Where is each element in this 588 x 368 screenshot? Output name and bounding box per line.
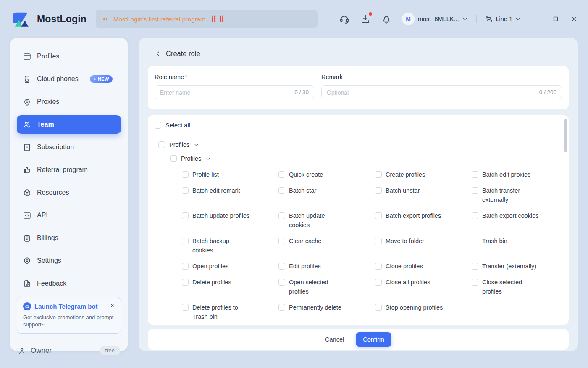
permission-item[interactable]: Batch update profiles	[182, 211, 278, 220]
permission-checkbox[interactable]	[375, 238, 382, 244]
permission-item[interactable]: Transfer (externally)	[472, 262, 568, 271]
permission-checkbox[interactable]	[278, 238, 285, 244]
permission-item[interactable]: Batch star	[278, 186, 375, 195]
permission-checkbox[interactable]	[278, 304, 285, 311]
role-name-placeholder: Enter name	[160, 89, 190, 96]
permission-label: Batch star	[289, 186, 316, 195]
permission-checkbox[interactable]	[375, 187, 382, 194]
app-body: ProfilesCloud phones+ NEWProxiesTeamSubs…	[0, 38, 588, 360]
permission-group-profiles: Profiles	[158, 141, 569, 148]
sidebar-item-feedback[interactable]: Feedback	[17, 274, 121, 293]
permission-checkbox[interactable]	[375, 279, 382, 286]
minimize-button[interactable]	[533, 15, 541, 23]
permission-checkbox[interactable]	[375, 171, 382, 178]
plan-badge: free	[100, 346, 120, 355]
permission-item[interactable]: Stop opening profiles	[375, 303, 472, 312]
line-selector[interactable]: Line 1	[485, 15, 521, 23]
permission-checkbox[interactable]	[182, 263, 189, 270]
permission-item[interactable]: Profile list	[182, 170, 278, 179]
permission-checkbox[interactable]	[182, 304, 189, 311]
permission-checkbox[interactable]	[278, 187, 285, 194]
remark-placeholder: Optional	[327, 89, 349, 96]
remark-field: Remark Optional 0 / 200	[321, 74, 562, 99]
close-button[interactable]	[570, 15, 578, 23]
support-headset-icon[interactable]	[339, 13, 350, 24]
team-icon	[23, 120, 32, 129]
select-all-checkbox[interactable]	[155, 122, 161, 129]
chevron-down-icon	[462, 16, 468, 22]
sidebar-item-subscription[interactable]: Subscription	[17, 138, 121, 156]
permission-item[interactable]: Batch export cookies	[472, 211, 568, 220]
permission-item[interactable]: Open selected profiles	[278, 278, 375, 296]
permission-item[interactable]: Delete profiles to Trash bin	[182, 303, 278, 321]
permission-checkbox[interactable]	[375, 212, 382, 219]
permission-checkbox[interactable]	[472, 171, 478, 178]
permission-item[interactable]: Batch backup cookies	[182, 236, 278, 255]
permission-checkbox[interactable]	[375, 304, 382, 311]
cancel-button[interactable]: Cancel	[325, 336, 344, 343]
permission-checkbox[interactable]	[472, 263, 478, 270]
back-chevron-icon[interactable]	[155, 50, 162, 57]
permission-checkbox[interactable]	[278, 279, 285, 286]
maximize-button[interactable]	[552, 15, 559, 23]
sidebar-item-proxies[interactable]: Proxies	[17, 93, 121, 111]
permission-item[interactable]: Batch transfer externally	[472, 186, 568, 204]
permission-checkbox[interactable]	[472, 279, 478, 286]
sidebar-item-billings[interactable]: Billings	[17, 229, 121, 247]
permission-checkbox[interactable]	[182, 212, 189, 219]
scrollbar-thumb[interactable]	[564, 119, 567, 152]
confirm-button[interactable]: Confirm	[356, 332, 391, 347]
permission-checkbox[interactable]	[182, 171, 189, 178]
role-name-input[interactable]: Enter name 0 / 30	[155, 85, 314, 99]
sidebar-item-api[interactable]: API	[17, 206, 121, 225]
owner-row[interactable]: Owner free	[10, 339, 128, 356]
permission-item[interactable]: Batch unstar	[375, 186, 472, 195]
permission-checkbox[interactable]	[278, 263, 285, 270]
permission-checkbox[interactable]	[472, 212, 478, 219]
sidebar-item-settings[interactable]: Settings	[17, 252, 121, 270]
chevron-down-icon[interactable]	[194, 142, 199, 148]
permission-label: Clear cache	[289, 236, 321, 246]
sidebar-item-resources[interactable]: Resources	[17, 183, 121, 202]
permission-item[interactable]: Edit profiles	[278, 262, 375, 271]
permission-item[interactable]: Batch edit remark	[182, 186, 278, 195]
permission-item[interactable]: Batch edit proxies	[472, 170, 568, 179]
sidebar-item-label: Referral program	[37, 166, 88, 174]
permission-item[interactable]: Close selected profiles	[472, 278, 568, 296]
permission-checkbox[interactable]	[182, 187, 189, 194]
role-form-card: Role name* Enter name 0 / 30 Remark Opti…	[148, 66, 569, 109]
permission-item[interactable]: Trash bin	[472, 236, 568, 246]
permission-item[interactable]: Create profiles	[375, 170, 472, 179]
permission-checkbox[interactable]	[182, 238, 189, 244]
permission-item[interactable]: Open profiles	[182, 262, 278, 271]
group-checkbox[interactable]	[158, 141, 165, 148]
permission-item[interactable]: Batch update cookies	[278, 211, 375, 230]
permission-item[interactable]: Close all profiles	[375, 278, 472, 287]
user-menu[interactable]: M most_6MLLK...	[402, 13, 468, 25]
permission-checkbox[interactable]	[472, 187, 478, 194]
permission-item[interactable]: Quick create	[278, 170, 375, 179]
remark-input[interactable]: Optional 0 / 200	[321, 85, 562, 99]
announcement-banner[interactable]: MostLogin's first referral program‼️‼️	[96, 10, 318, 28]
permission-item[interactable]: Permanently delete	[278, 303, 375, 312]
permission-item[interactable]: Delete profiles	[182, 278, 278, 287]
permission-checkbox[interactable]	[472, 238, 478, 244]
permission-checkbox[interactable]	[278, 171, 285, 178]
permission-item[interactable]: Clone profiles	[375, 262, 472, 271]
chevron-down-icon[interactable]	[205, 156, 211, 161]
download-icon[interactable]	[360, 13, 371, 24]
telegram-bot-title[interactable]: Launch Telegram bot	[34, 303, 98, 310]
bell-icon[interactable]	[381, 13, 392, 24]
permission-checkbox[interactable]	[278, 212, 285, 219]
permission-item[interactable]: Clear cache	[278, 236, 375, 246]
sidebar-item-referral-program[interactable]: Referral program	[17, 161, 121, 179]
permission-item[interactable]: Move to folder	[375, 236, 472, 246]
permission-checkbox[interactable]	[375, 263, 382, 270]
close-icon[interactable]	[109, 302, 116, 309]
permission-item[interactable]: Batch export profiles	[375, 211, 472, 220]
sidebar-item-profiles[interactable]: Profiles	[17, 47, 121, 66]
subgroup-checkbox[interactable]	[170, 155, 177, 162]
sidebar-item-team[interactable]: Team	[17, 115, 121, 134]
permission-checkbox[interactable]	[182, 279, 189, 286]
sidebar-item-cloud-phones[interactable]: Cloud phones+ NEW	[17, 70, 121, 88]
